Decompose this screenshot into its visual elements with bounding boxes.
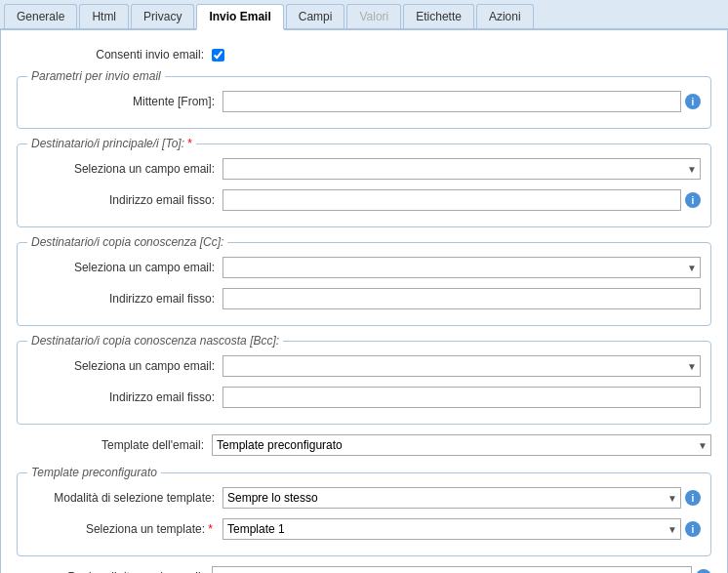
cc-fisso-input-wrap — [222, 288, 701, 309]
tab-bar: Generale Html Privacy Invio Email Campi … — [0, 0, 728, 30]
dest-campo-input-wrap: ▼ — [222, 158, 701, 180]
mittente-input-wrap: i — [222, 91, 701, 112]
cc-fisso-row: Indirizzo email fisso: — [27, 286, 701, 311]
template-email-row: Template dell'email: Template preconfigu… — [17, 432, 711, 458]
dest-fisso-input[interactable] — [222, 189, 681, 211]
bcc-legend: Destinatario/i copia conoscenza nascosta… — [27, 334, 283, 348]
bcc-campo-row: Seleziona un campo email: ▼ — [27, 353, 701, 379]
template-preconf-group: Template preconfigurato Modalità di sele… — [17, 466, 711, 556]
seleziona-template-select[interactable]: Template 1 Template 2 — [222, 518, 681, 540]
modalita-label: Modalità di selezione template: — [27, 491, 222, 505]
form-content: Consenti invio email: Parametri per invi… — [0, 30, 728, 573]
tab-valori: Valori — [346, 4, 401, 28]
pagina-ritorno-input-wrap: ▼ i — [212, 566, 711, 573]
bcc-fisso-input[interactable] — [222, 387, 701, 408]
mittente-input[interactable] — [222, 91, 681, 112]
dest-fisso-input-wrap: i — [222, 189, 701, 211]
bcc-fisso-row: Indirizzo email fisso: — [27, 385, 701, 410]
bcc-campo-select[interactable] — [222, 355, 701, 377]
template-email-select[interactable]: Template preconfigurato Nessuno Personal… — [212, 434, 711, 456]
modalita-info-icon[interactable]: i — [685, 490, 701, 506]
bcc-fisso-label: Indirizzo email fisso: — [27, 390, 222, 404]
cc-campo-select[interactable] — [222, 257, 701, 278]
parametri-group: Parametri per invio email Mittente [From… — [17, 69, 711, 129]
seleziona-template-input-wrap: Template 1 Template 2 ▼ i — [222, 518, 701, 540]
dest-fisso-info-icon[interactable]: i — [685, 192, 701, 208]
pagina-ritorno-info-icon[interactable]: i — [696, 569, 711, 573]
dest-fisso-label: Indirizzo email fisso: — [27, 193, 222, 207]
cc-legend: Destinatario/i copia conoscenza [Cc]: — [27, 235, 227, 249]
tab-invio-email[interactable]: Invio Email — [196, 4, 283, 30]
mittente-label: Mittente [From]: — [27, 95, 222, 108]
consenti-checkbox[interactable] — [212, 49, 224, 61]
template-email-label: Template dell'email: — [17, 438, 212, 452]
dest-campo-row: Seleziona un campo email: ▼ — [27, 156, 701, 182]
seleziona-template-row: Seleziona un template: * Template 1 Temp… — [27, 516, 701, 542]
bcc-fisso-input-wrap — [222, 387, 701, 408]
template-preconf-legend: Template preconfigurato — [27, 466, 161, 479]
pagina-ritorno-select[interactable] — [212, 566, 692, 573]
bcc-campo-label: Seleziona un campo email: — [27, 359, 222, 373]
modalita-input-wrap: Sempre lo stesso Dinamico ▼ i — [222, 487, 701, 509]
seleziona-template-label: Seleziona un template: * — [27, 522, 222, 536]
template-email-input-wrap: Template preconfigurato Nessuno Personal… — [212, 434, 711, 456]
cc-campo-label: Seleziona un campo email: — [27, 261, 222, 274]
dest-fisso-row: Indirizzo email fisso: i — [27, 187, 701, 213]
cc-campo-input-wrap: ▼ — [222, 257, 701, 278]
bcc-campo-input-wrap: ▼ — [222, 355, 701, 377]
dest-campo-select[interactable] — [222, 158, 701, 180]
dest-campo-label: Seleziona un campo email: — [27, 162, 222, 176]
mittente-info-icon[interactable]: i — [685, 94, 701, 109]
cc-campo-row: Seleziona un campo email: ▼ — [27, 255, 701, 280]
cc-fisso-input[interactable] — [222, 288, 701, 309]
tab-html[interactable]: Html — [79, 4, 129, 28]
seleziona-template-info-icon[interactable]: i — [685, 521, 701, 537]
tab-campi[interactable]: Campi — [286, 4, 345, 28]
tab-privacy[interactable]: Privacy — [131, 4, 194, 28]
destinatario-legend: Destinatario/i principale/i [To]: * — [27, 137, 196, 150]
tab-generale[interactable]: Generale — [4, 4, 77, 28]
consenti-label: Consenti invio email: — [17, 48, 212, 61]
consenti-row: Consenti invio email: — [17, 48, 711, 61]
cc-group: Destinatario/i copia conoscenza [Cc]: Se… — [17, 235, 711, 326]
bcc-group: Destinatario/i copia conoscenza nascosta… — [17, 334, 711, 425]
mittente-row: Mittente [From]: i — [27, 89, 701, 114]
tab-etichette[interactable]: Etichette — [403, 4, 474, 28]
modalita-select[interactable]: Sempre lo stesso Dinamico — [222, 487, 681, 509]
cc-fisso-label: Indirizzo email fisso: — [27, 292, 222, 306]
modalita-row: Modalità di selezione template: Sempre l… — [27, 485, 701, 511]
pagina-ritorno-row: Pagina di ritorno da email: ▼ i — [17, 564, 711, 573]
destinatario-group: Destinatario/i principale/i [To]: * Sele… — [17, 137, 711, 227]
tab-azioni[interactable]: Azioni — [476, 4, 534, 28]
parametri-legend: Parametri per invio email — [27, 69, 165, 83]
